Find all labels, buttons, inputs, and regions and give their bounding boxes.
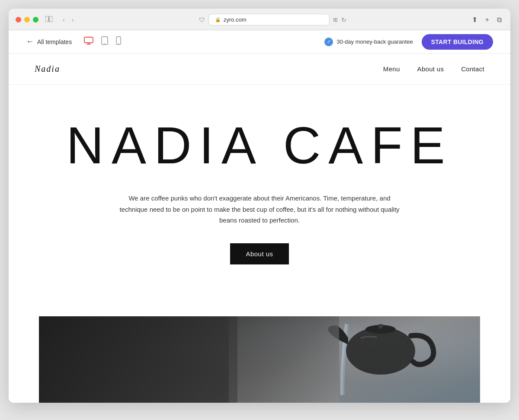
svg-rect-1 xyxy=(49,16,52,22)
all-templates-link[interactable]: ← All templates xyxy=(26,37,72,46)
address-bar[interactable]: 🔒 zyro.com xyxy=(208,14,330,25)
browser-actions: ⬆ + ⧉ xyxy=(470,15,503,25)
back-button[interactable]: ‹ xyxy=(61,16,67,24)
toolbar-left: ← All templates xyxy=(26,35,123,49)
all-templates-label: All templates xyxy=(37,38,72,45)
device-icons xyxy=(82,35,123,49)
mobile-icon[interactable] xyxy=(114,35,123,49)
url-text: zyro.com xyxy=(224,16,247,23)
minimize-button[interactable] xyxy=(24,17,30,22)
svg-rect-0 xyxy=(45,16,48,22)
sidebar-toggle-button[interactable] xyxy=(44,14,54,25)
new-tab-button[interactable]: + xyxy=(484,15,491,25)
hero-description: We are coffee punks who don't exaggerate… xyxy=(119,193,400,226)
hero-image xyxy=(39,316,480,403)
nav-about-us[interactable]: About us xyxy=(417,65,444,73)
site-logo: Nadia xyxy=(35,64,60,74)
toolbar-right: ✓ 30-day money-back guarantee START BUIL… xyxy=(324,34,493,50)
address-bar-wrapper: 🛡 🔒 zyro.com ⊞ ↻ xyxy=(80,14,465,25)
share-button[interactable]: ⬆ xyxy=(470,15,479,25)
nav-contact[interactable]: Contact xyxy=(461,65,484,73)
svg-point-4 xyxy=(104,43,105,44)
site-nav-links: Menu About us Contact xyxy=(383,65,484,73)
svg-rect-2 xyxy=(84,37,93,43)
back-arrow-icon: ← xyxy=(26,37,34,46)
tab-overview-button[interactable]: ⧉ xyxy=(495,15,503,25)
browser-navigation: ‹ › xyxy=(61,16,75,24)
tablet-icon[interactable] xyxy=(99,35,110,49)
nav-menu[interactable]: Menu xyxy=(383,65,400,73)
lock-icon: 🔒 xyxy=(215,17,221,22)
maximize-button[interactable] xyxy=(33,17,38,22)
start-building-button[interactable]: START BUILDING xyxy=(422,34,493,50)
browser-chrome: ‹ › 🛡 🔒 zyro.com ⊞ ↻ ⬆ + ⧉ xyxy=(9,9,510,30)
site-nav: Nadia Menu About us Contact xyxy=(9,54,510,85)
website-content: Nadia Menu About us Contact NADIA CAFE W… xyxy=(9,54,510,403)
close-button[interactable] xyxy=(16,17,21,22)
svg-rect-9 xyxy=(378,324,383,328)
hero-title: NADIA CAFE xyxy=(35,119,484,171)
shield-icon: 🛡 xyxy=(199,16,205,23)
svg-point-6 xyxy=(118,43,119,44)
about-us-button[interactable]: About us xyxy=(230,243,288,264)
check-icon: ✓ xyxy=(324,38,333,46)
svg-point-7 xyxy=(346,327,415,375)
refresh-icon[interactable]: ↻ xyxy=(341,16,346,23)
browser-window: ‹ › 🛡 🔒 zyro.com ⊞ ↻ ⬆ + ⧉ ← All templat… xyxy=(9,9,510,403)
toolbar: ← All templates xyxy=(9,30,510,54)
guarantee-label: 30-day money-back guarantee xyxy=(336,38,413,45)
traffic-lights xyxy=(16,17,38,22)
forward-button[interactable]: › xyxy=(70,16,76,24)
guarantee-badge: ✓ 30-day money-back guarantee xyxy=(324,38,413,46)
desktop-icon[interactable] xyxy=(82,35,95,48)
translate-icon: ⊞ xyxy=(333,16,338,23)
hero-section: NADIA CAFE We are coffee punks who don't… xyxy=(9,85,510,316)
